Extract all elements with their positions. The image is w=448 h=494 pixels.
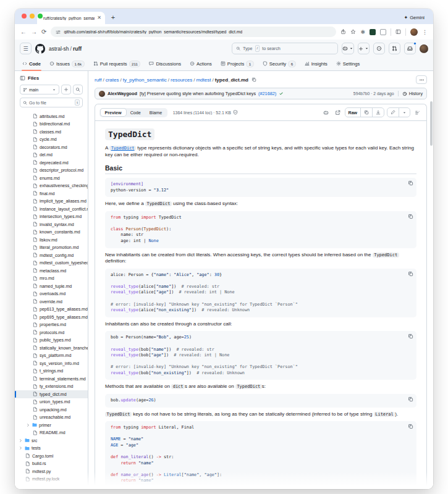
back-icon[interactable]: ← xyxy=(20,29,27,35)
repo-tab-discussions[interactable]: Discussions xyxy=(145,57,185,70)
repo-tab-projects[interactable]: Projects1 xyxy=(217,57,258,70)
new-tab-button[interactable]: + xyxy=(108,12,119,23)
repo-tab-code[interactable]: Code xyxy=(19,57,44,70)
tree-item-enums-md[interactable]: enums.md xyxy=(15,174,88,182)
copy-code-button[interactable] xyxy=(408,180,413,186)
tree-item-mdtest-custom-typeshed-md[interactable]: mdtest_custom_typeshed.md xyxy=(15,259,88,267)
tree-item-public-types-md[interactable]: public_types.md xyxy=(15,337,88,345)
tree-item-mdtest-config-md[interactable]: mdtest_config.md xyxy=(15,251,88,259)
commit-message[interactable]: [ty] Preserve quoting style when autofix… xyxy=(140,91,256,96)
global-search-input[interactable]: Type / to search xyxy=(232,43,338,54)
raw-button[interactable]: Raw xyxy=(345,108,360,117)
tree-item-sys-version-info-md[interactable]: sys_version_info.md xyxy=(15,359,88,367)
tree-item-sys-platform-md[interactable]: sys_platform.md xyxy=(15,352,88,360)
tree-item-bidirectional-md[interactable]: bidirectional.md xyxy=(15,120,88,128)
tree-item-decorators-md[interactable]: decorators.md xyxy=(15,143,88,151)
copy-code-button[interactable] xyxy=(408,424,413,429)
commit-pr-link[interactable]: (#21682) xyxy=(258,91,276,96)
tree-item-descriptor-protocol-md[interactable]: descriptor_protocol.md xyxy=(15,167,88,175)
tree-item-implicit-type-aliases-md[interactable]: implicit_type_aliases.md xyxy=(15,198,88,206)
browser-tab[interactable]: ruff/crates/ty_python_seman ✕ xyxy=(37,12,105,24)
codeowners-shield-icon[interactable] xyxy=(233,110,238,115)
tree-item-invalid-syntax-md[interactable]: invalid_syntax.md xyxy=(15,220,88,228)
tree-item-classes-md[interactable]: classes.md xyxy=(15,128,88,136)
tree-item-cargo-toml[interactable]: Cargo.toml xyxy=(15,452,88,460)
breadcrumb-link-resources[interactable]: resources xyxy=(171,77,192,83)
tab-close-icon[interactable]: ✕ xyxy=(97,15,101,20)
file-tab-preview[interactable]: Preview xyxy=(101,109,126,116)
side-panel-icon[interactable] xyxy=(395,29,401,35)
copy-code-button[interactable] xyxy=(408,333,413,339)
browser-profile-avatar[interactable] xyxy=(410,28,418,36)
tree-item-terminal-statements-md[interactable]: terminal_statements.md xyxy=(15,375,88,383)
tree-item-readme-md[interactable]: README.md xyxy=(15,429,88,437)
tree-item-ty-extensions-md[interactable]: ty_extensions.md xyxy=(15,383,88,391)
tree-item-del-md[interactable]: del.md xyxy=(15,151,88,159)
tree-item-pep695-type-aliases-md[interactable]: pep695_type_aliases.md xyxy=(15,313,88,321)
download-button[interactable] xyxy=(372,108,384,117)
tree-item-known-constants-md[interactable]: known_constants.md xyxy=(15,228,88,237)
edit-button[interactable] xyxy=(387,108,399,117)
tree-item-mdtest-py[interactable]: mdtest.py xyxy=(15,467,88,475)
tree-item-t-strings-md[interactable]: t_strings.md xyxy=(15,367,88,375)
tree-item-build-rs[interactable]: build.rs xyxy=(15,460,88,468)
forward-icon[interactable]: → xyxy=(31,29,37,35)
gemini-button[interactable]: ✦ Gemini xyxy=(404,15,425,20)
file-tab-blame[interactable]: Blame xyxy=(145,109,166,116)
tree-item-pep613-type-aliases-md[interactable]: pep613_type_aliases.md xyxy=(15,306,88,314)
tree-item-liskov-md[interactable]: liskov.md xyxy=(15,236,88,244)
collapse-sidebar-icon[interactable] xyxy=(20,75,25,81)
repo-link[interactable]: ruff xyxy=(73,46,82,52)
reload-icon[interactable]: ⟳ xyxy=(41,29,46,35)
tree-item-src[interactable]: src xyxy=(15,437,88,445)
repo-tab-pull-requests[interactable]: Pull requests211 xyxy=(90,57,145,70)
tree-item-mdtest-py-lock[interactable]: mdtest.py.lock xyxy=(15,475,88,484)
extensions-icon[interactable] xyxy=(380,29,386,35)
extension-1-icon[interactable]: ✱ xyxy=(360,29,365,35)
close-window-button[interactable] xyxy=(22,14,27,19)
tree-item-literal-promotion-md[interactable]: literal_promotion.md xyxy=(15,244,88,252)
breadcrumb-link-mdtest[interactable]: mdtest xyxy=(196,77,211,83)
tree-item-mro-md[interactable]: mro.md xyxy=(15,275,88,283)
repo-tab-security[interactable]: Security6 xyxy=(259,57,300,70)
copilot-button[interactable] xyxy=(342,43,354,54)
tree-item-typed-dict-md[interactable]: typed_dict.md xyxy=(15,390,88,398)
org-link[interactable]: astral-sh xyxy=(49,46,69,52)
your-issues-button[interactable] xyxy=(373,43,385,54)
repo-tab-settings[interactable]: Settings xyxy=(332,57,363,70)
breadcrumb-link-ruff[interactable]: ruff xyxy=(95,77,101,83)
check-icon[interactable] xyxy=(279,91,284,96)
symbols-panel-button[interactable] xyxy=(413,108,422,117)
breadcrumb-link-crates[interactable]: crates xyxy=(106,77,119,83)
tree-item-protocols-md[interactable]: protocols.md xyxy=(15,329,88,337)
tree-item-properties-md[interactable]: properties.md xyxy=(15,321,88,329)
inbox-button[interactable] xyxy=(404,43,416,54)
tree-item-unpacking-md[interactable]: unpacking.md xyxy=(15,406,88,414)
commit-hash-and-age[interactable]: 594b7b0 · 2 days ago xyxy=(353,91,394,96)
tree-item-tests[interactable]: tests xyxy=(15,445,88,453)
tree-item-primer[interactable]: primer xyxy=(15,421,88,429)
github-profile-avatar[interactable] xyxy=(420,44,428,53)
tree-item-override-md[interactable]: override.md xyxy=(15,298,88,306)
create-new-button[interactable] xyxy=(358,43,370,54)
tree-item-statically-known-branches-md[interactable]: statically_known_branches.md xyxy=(15,344,88,352)
history-button[interactable]: History xyxy=(398,91,423,96)
branch-selector[interactable]: main xyxy=(20,85,59,94)
tree-item-metaclass-md[interactable]: metaclass.md xyxy=(15,267,88,275)
inline-code-link[interactable]: TypedDict xyxy=(109,146,136,151)
open-external-button[interactable] xyxy=(333,108,342,117)
tree-item-final-md[interactable]: final.md xyxy=(15,190,88,198)
browser-menu-icon[interactable]: ⋮ xyxy=(422,29,428,35)
copilot-file-button[interactable] xyxy=(321,108,331,117)
tree-item-named-tuple-md[interactable]: named_tuple.md xyxy=(15,282,88,290)
copy-code-button[interactable] xyxy=(408,396,413,402)
goto-file-input[interactable]: Go to file t xyxy=(20,98,83,107)
site-info-icon[interactable] xyxy=(56,30,61,35)
copy-file-button[interactable] xyxy=(360,108,372,117)
tree-item-exhaustiveness-checking-md[interactable]: exhaustiveness_checking.md xyxy=(15,182,88,190)
address-bar[interactable]: github.com/astral-sh/ruff/blob/main/crat… xyxy=(51,27,336,37)
tree-item-deprecated-md[interactable]: deprecated.md xyxy=(15,159,88,167)
add-file-button[interactable] xyxy=(61,85,71,94)
repo-tab-actions[interactable]: Actions xyxy=(186,57,216,70)
edit-dropdown-button[interactable] xyxy=(399,108,410,117)
